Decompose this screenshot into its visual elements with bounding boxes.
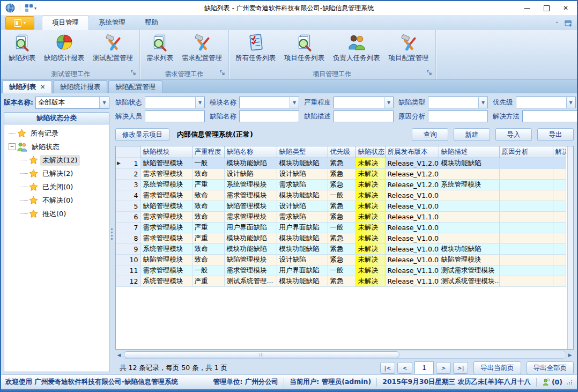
cell[interactable]: Release_V1.0.0 [385,190,439,201]
table-row[interactable]: 6需求管理模块致命需求管理模块需求缺陷紧急未解决Release_V1.1.0 [116,212,566,223]
cell[interactable]: 测试需求管理模块 [439,265,499,276]
cell[interactable]: 用户界面缺陷 [277,265,328,276]
cell[interactable]: Release_V1.1.0 [385,265,439,276]
cell[interactable]: 模块功能缺陷 [277,233,328,244]
cell[interactable]: 致命 [192,244,224,255]
cell[interactable] [553,201,566,212]
cell[interactable]: 系统管理模块 [140,276,192,287]
column-header-缺陷名称[interactable]: 缺陷名称 [224,146,277,158]
quick-access-toolbar[interactable]: ▾ [23,3,39,13]
column-header-优先级[interactable]: 优先级 [328,146,355,158]
ribbon-button-项目配置管理[interactable]: 项目配置管理 [384,31,433,63]
cell[interactable] [499,158,553,169]
tree-item-未解决(12)[interactable]: 未解决(12) [4,153,109,167]
row-header[interactable]: 7 [116,223,140,233]
row-header[interactable]: 5 [116,201,140,212]
cell[interactable]: 一般 [328,223,355,233]
ribbon-button-缺陷列表[interactable]: 缺陷列表 [4,31,40,63]
cell[interactable]: Release_V1.2.0 [385,158,439,169]
cell[interactable]: 紧急 [328,244,355,255]
cell[interactable]: 系统管理模块 [439,180,499,190]
table-row[interactable]: 3系统管理模块严重系统管理模块需求缺陷紧急未解决Release_V1.2.0系统… [116,180,566,190]
modify-display-button[interactable]: 修改显示项目 [115,128,169,141]
cell[interactable]: 一般 [192,158,224,169]
cell[interactable]: 致命 [192,201,224,212]
cell[interactable]: 紧急 [328,169,355,180]
hscroll-thumb[interactable] [124,351,399,358]
ribbon-button-需求配置管理[interactable]: 需求配置管理 [177,31,226,63]
collapse-node-icon[interactable]: − [9,143,16,150]
cell[interactable]: 致命 [192,212,224,223]
cell[interactable] [553,190,566,201]
cell[interactable]: 需求缺陷 [277,180,328,190]
cell[interactable]: 模块功能缺陷 [224,158,277,169]
cell[interactable]: 未解决 [355,265,385,276]
cell[interactable] [439,223,499,233]
filter-input-缺陷名称[interactable] [240,111,299,122]
row-header[interactable]: 4 [116,190,140,201]
column-header-原因分析[interactable]: 原因分析 [499,146,553,158]
action-button-新建[interactable]: 新建 [454,128,490,141]
cell[interactable]: Release_V1.2.0 [385,169,439,180]
cell[interactable]: Release_V1.0.0 [385,233,439,244]
column-header-缺陷描述[interactable]: 缺陷描述 [439,146,499,158]
cell[interactable]: 紧急 [328,212,355,223]
close-button[interactable]: ✕ [557,2,575,14]
chevron-down-icon[interactable]: ▼ [99,97,109,108]
cell[interactable]: 缺陷管理模块 [140,201,192,212]
cell[interactable]: 致命 [192,255,224,265]
filter-input-原因分析[interactable] [428,111,487,122]
cell[interactable]: 需求管理模块 [224,212,277,223]
cell[interactable]: 需求管理模块 [224,265,277,276]
filter-input-优先级[interactable] [516,97,566,108]
cell[interactable] [439,190,499,201]
cell[interactable] [553,255,566,265]
ribbon-button-缺陷统计报表[interactable]: 缺陷统计报表 [40,31,88,63]
cell[interactable]: Release_V1.1.0 [385,276,439,287]
cell[interactable] [499,233,553,244]
message-indicator[interactable]: (0) [542,378,562,386]
cell[interactable]: 未解决 [355,212,385,223]
scroll-right-icon[interactable]: ▶ [566,351,574,359]
action-button-导出[interactable]: 导出 [537,128,574,141]
cell[interactable] [553,233,566,244]
cell[interactable]: 需求管理模块 [140,169,192,180]
cell[interactable]: Release_V1.0.0 [385,244,439,255]
table-row[interactable]: 11需求管理模块一般需求管理模块用户界面缺陷一般未解决Release_V1.1.… [116,265,566,276]
doc-tab-0[interactable]: 缺陷列表✕ [2,80,52,93]
switch-window-icon[interactable] [565,20,574,28]
column-header-row[interactable] [116,146,140,158]
cell[interactable] [499,265,553,276]
cell[interactable] [499,180,553,190]
cell[interactable]: Release_V1.0.0 [385,201,439,212]
tree-item-已关闭(0)[interactable]: 已关闭(0) [4,180,109,194]
cell[interactable]: 紧急 [328,158,355,169]
chevron-down-icon[interactable]: ▼ [384,97,393,108]
ribbon-button-所有任务列表[interactable]: 所有任务列表 [231,31,280,63]
cell[interactable]: 严重 [192,276,224,287]
cell[interactable]: 缺陷管理模块 [140,158,192,169]
horizontal-scrollbar[interactable]: ◀ ▶ [115,351,574,359]
column-header-所属发布版本[interactable]: 所属发布版本 [385,146,439,158]
cell[interactable]: 未解决 [355,190,385,201]
cell[interactable] [499,244,553,255]
cell[interactable] [499,212,553,223]
cell[interactable]: 系统管理模块 [224,180,277,190]
cell[interactable]: 系统管理模块 [140,244,192,255]
hscroll-track[interactable] [123,351,566,359]
table-row[interactable]: 9系统管理模块致命模块功能缺陷模块功能缺陷紧急未解决Release_V1.0.0… [116,244,566,255]
column-header-缺陷模块[interactable]: 缺陷模块 [140,146,192,158]
filter-input-模块名称[interactable] [240,97,290,108]
minimize-button[interactable]: — [518,2,536,14]
cell[interactable]: 需求管理模块 [140,233,192,244]
row-header[interactable]: 12 [116,276,140,287]
column-header-缺陷类型[interactable]: 缺陷类型 [277,146,328,158]
ribbon-button-负责人任务列表[interactable]: 负责人任务列表 [329,31,384,63]
cell[interactable] [499,190,553,201]
table-row[interactable]: 8需求管理模块严重模块功能缺陷模块功能缺陷紧急未解决Release_V1.0.0 [116,233,566,244]
cell[interactable]: 未解决 [355,180,385,190]
export-all-pages-button[interactable]: 导出全部页 [527,361,574,374]
column-header-解决...[interactable]: 解决... [553,146,566,158]
cell[interactable]: 系统管理模块 [140,180,192,190]
menu-tab-0[interactable]: 项目管理 [42,16,89,30]
